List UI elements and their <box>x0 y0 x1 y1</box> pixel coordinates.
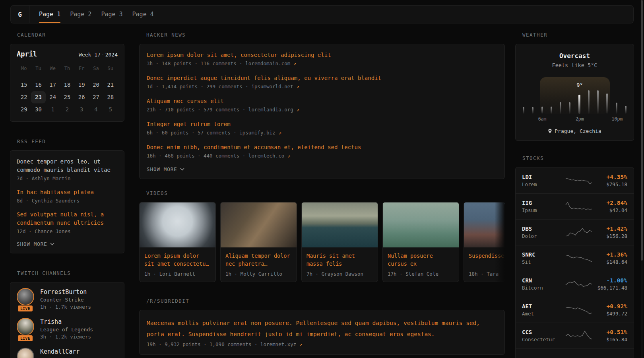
hn-post-title[interactable]: Lorem ipsum dolor sit amet, consectetur … <box>147 51 497 59</box>
hn-post: Aliquam nec cursus elit 21h · 710 points… <box>147 97 497 114</box>
video-title[interactable]: Suspendisse diam <box>469 252 505 268</box>
channel-info: KendallCarr <box>40 348 80 358</box>
video-thumbnail[interactable] <box>302 202 378 247</box>
video-title[interactable]: Mauris sit amet massa felis <box>306 252 373 268</box>
stock-price: $156.28 <box>606 233 627 239</box>
rss-item: Donec tempor eros leo, ut commodo mauris… <box>17 158 118 183</box>
video-body: Lorem ipsum dolor sit amet consectetu… 1… <box>140 247 215 282</box>
hn-post: Donec imperdiet augue tincidunt felis al… <box>147 74 497 91</box>
stock-row: LDILorem +4.35%$795.18 <box>516 167 634 193</box>
video-meta: 1h · Lori Barnett <box>144 271 211 277</box>
stocks-widget: LDILorem +4.35%$795.18 IIGIpsum +2.84%$4… <box>515 167 634 358</box>
calendar-day: 25 <box>60 91 74 103</box>
stock-price: $42.04 <box>607 207 627 213</box>
twitch-channel-row[interactable]: LIVE Trisha League of Legends 3h · 1.2k … <box>17 318 118 340</box>
stock-row: CRNBitcorn -1.00%$66,171.48 <box>516 271 634 297</box>
stock-sparkline <box>565 304 593 316</box>
hn-post-title[interactable]: Donec imperdiet augue tincidunt felis al… <box>147 74 497 82</box>
stock-symbol: DBS <box>522 226 565 232</box>
avatar-wrap <box>17 348 35 358</box>
stock-price: $795.18 <box>606 181 627 187</box>
video-card[interactable]: Suspendisse diam 18h · Tara <box>464 202 505 282</box>
stock-sparkline <box>565 252 593 264</box>
avatar <box>17 318 34 335</box>
weekday-label: Su <box>103 64 118 73</box>
hn-post-meta: 1d · 1,414 points · 299 comments · ipsum… <box>147 83 497 91</box>
video-title[interactable]: Nullam posuere cursus ex <box>388 252 454 268</box>
show-more-label: SHOW MORE <box>17 241 47 247</box>
stock-change: -1.00% <box>597 277 627 284</box>
stocks-section-label: STOCKS <box>515 155 634 161</box>
calendar-day-next-month: 5 <box>103 103 118 116</box>
hn-post-meta: 3h · 148 points · 116 comments · loremdo… <box>147 60 497 68</box>
video-thumbnail[interactable] <box>464 202 505 247</box>
calendar-header-row: April Week 17·2024 <box>17 50 118 58</box>
calendar-day: 20 <box>89 79 103 91</box>
tab-page-1[interactable]: Page 1 <box>39 6 60 23</box>
video-body: Aliquam tempor dolor nec pharetra… 1h · … <box>221 247 297 282</box>
calendar-day: 29 <box>17 103 31 116</box>
rss-item-title[interactable]: In hac habitasse platea <box>17 188 118 197</box>
twitch-channel-row[interactable]: LIVE ForrestBurton Counter-Strike 1h · 1… <box>17 288 118 310</box>
video-thumbnail[interactable] <box>383 202 459 247</box>
calendar-dot-separator: · <box>101 52 105 58</box>
stock-change: +0.92% <box>606 303 627 309</box>
stock-sparkline <box>565 330 593 342</box>
channel-name[interactable]: ForrestBurton <box>40 288 91 296</box>
hn-post: Integer eget rutrum lorem 6h · 60 points… <box>147 120 497 137</box>
hn-post-title[interactable]: Donec enim nibh, condimentum et accumsan… <box>147 143 497 152</box>
stock-symbol: IIG <box>522 200 565 206</box>
hn-show-more-button[interactable]: SHOW MORE <box>147 166 497 172</box>
video-card[interactable]: Lorem ipsum dolor sit amet consectetu… 1… <box>139 202 216 282</box>
stock-change: +4.35% <box>606 174 627 180</box>
stock-price: $66,171.48 <box>597 285 627 291</box>
hn-post: Lorem ipsum dolor sit amet, consectetur … <box>147 51 497 68</box>
hn-post-meta: 6h · 60 points · 57 comments · ipsumify.… <box>147 129 497 137</box>
videos-section-label: VIDEOS <box>139 190 505 197</box>
location-pin-icon <box>548 128 552 134</box>
channel-name[interactable]: KendallCarr <box>40 348 80 355</box>
rss-show-more-button[interactable]: SHOW MORE <box>17 241 118 247</box>
hn-post-title[interactable]: Integer eget rutrum lorem <box>147 120 497 128</box>
middle-column: HACKER NEWS Lorem ipsum dolor sit amet, … <box>139 32 505 355</box>
weather-bar <box>569 102 570 114</box>
stock-symbol: LDI <box>522 174 565 180</box>
rss-item: In hac habitasse platea 8d · Cynthia Sau… <box>17 188 118 205</box>
stock-symbol: SNRC <box>522 251 565 258</box>
weather-location-row: Prague, Czechia <box>523 128 627 134</box>
calendar-day: 28 <box>103 91 118 103</box>
tab-page-2[interactable]: Page 2 <box>70 6 91 23</box>
weather-feels-like: Feels like 5°C <box>523 62 627 68</box>
video-card[interactable]: Aliquam tempor dolor nec pharetra… 1h · … <box>220 202 297 282</box>
calendar-day: 24 <box>46 91 60 103</box>
scrollbar-thumb[interactable] <box>641 0 643 261</box>
rss-item-title[interactable]: Donec tempor eros leo, ut commodo mauris… <box>17 158 118 174</box>
calendar-month: April <box>17 50 37 58</box>
tab-page-3[interactable]: Page 3 <box>101 6 122 23</box>
stock-change: +2.84% <box>607 200 627 206</box>
video-card[interactable]: Nullam posuere cursus ex 17h · Stefan Co… <box>382 202 459 282</box>
video-thumbnail[interactable] <box>221 202 297 247</box>
stock-symbol: CCS <box>522 329 565 335</box>
video-title[interactable]: Aliquam tempor dolor nec pharetra… <box>225 252 292 268</box>
video-thumbnail[interactable] <box>140 202 215 247</box>
video-title[interactable]: Lorem ipsum dolor sit amet consectetu… <box>144 252 211 268</box>
weather-bar <box>578 95 580 114</box>
stock-name: Amet <box>522 311 565 317</box>
channel-name[interactable]: Trisha <box>40 318 93 325</box>
tab-page-4[interactable]: Page 4 <box>132 6 154 23</box>
app-logo[interactable]: G <box>11 6 29 23</box>
calendar-day: 15 <box>17 79 31 91</box>
stock-sparkline <box>565 278 593 290</box>
channel-info: ForrestBurton Counter-Strike 1h · 1.7k v… <box>40 288 91 310</box>
hn-post-title[interactable]: Aliquam nec cursus elit <box>147 97 497 105</box>
video-body: Mauris sit amet massa felis 7h · Grayson… <box>302 247 378 282</box>
calendar-day: 21 <box>103 79 118 91</box>
subreddit-widget: Maecenas mollis pulvinar erat non posuer… <box>139 310 505 355</box>
twitch-channel-row[interactable]: KendallCarr <box>17 348 118 358</box>
rss-item-title[interactable]: Sed volutpat nulla nisl, a condimentum n… <box>17 210 118 227</box>
external-link-icon: ↗ <box>287 153 291 159</box>
video-card[interactable]: Mauris sit amet massa felis 7h · Grayson… <box>301 202 378 282</box>
subreddit-post-title[interactable]: Maecenas mollis pulvinar erat non posuer… <box>147 317 497 340</box>
weather-widget: Overcast Feels like 5°C 9° 6am2pm10pm Pr… <box>515 44 634 141</box>
